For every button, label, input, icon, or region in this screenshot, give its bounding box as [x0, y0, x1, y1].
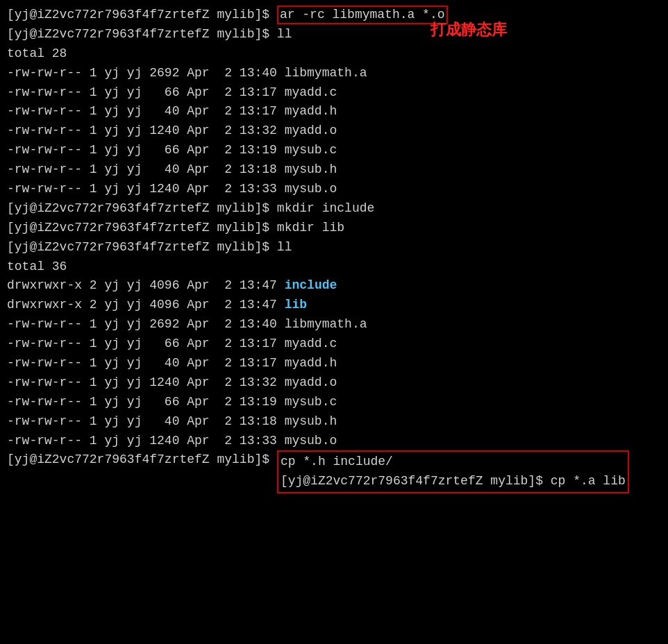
terminal-line: -rw-rw-r-- 1 yj yj 2692 Apr 2 13:40 libm…: [7, 64, 661, 83]
terminal-line: -rw-rw-r-- 1 yj yj 66 Apr 2 13:19 mysub.…: [7, 393, 661, 412]
terminal-line: [yj@iZ2vc772r7963f4f7zrtefZ mylib]$ ar -…: [7, 6, 661, 25]
terminal-line: [yj@iZ2vc772r7963f4f7zrtefZ mylib]$ ll: [7, 238, 661, 257]
line-text: -rw-rw-r-- 1 yj yj 40 Apr 2 13:18 mysub.…: [7, 160, 337, 180]
line-text: drwxrwxr-x 2 yj yj 4096 Apr 2 13:47: [7, 276, 285, 296]
line-text: -rw-rw-r-- 1 yj yj 2692 Apr 2 13:40 libm…: [7, 315, 367, 334]
line-text: -rw-rw-r-- 1 yj yj 1240 Apr 2 13:32 myad…: [7, 373, 337, 393]
dir-name-include: include: [285, 276, 337, 296]
line-text: -rw-rw-r-- 1 yj yj 1240 Apr 2 13:32 myad…: [7, 121, 337, 141]
line-text: -rw-rw-r-- 1 yj yj 66 Apr 2 13:17 myadd.…: [7, 334, 337, 354]
terminal-line: -rw-rw-r-- 1 yj yj 40 Apr 2 13:18 mysub.…: [7, 160, 661, 180]
line-text: -rw-rw-r-- 1 yj yj 40 Apr 2 13:17 myadd.…: [7, 354, 337, 373]
terminal-line: -rw-rw-r-- 1 yj yj 66 Apr 2 13:19 mysub.…: [7, 141, 661, 160]
terminal-line: total 28: [7, 44, 661, 64]
terminal-line: -rw-rw-r-- 1 yj yj 40 Apr 2 13:18 mysub.…: [7, 412, 661, 432]
prompt: [yj@iZ2vc772r7963f4f7zrtefZ mylib]$: [7, 6, 277, 25]
terminal-line: total 36: [7, 257, 661, 277]
annotation-label: 打成静态库: [431, 19, 507, 40]
terminal-line: [yj@iZ2vc772r7963f4f7zrtefZ mylib]$ ll: [7, 25, 661, 44]
line-text: -rw-rw-r-- 1 yj yj 1240 Apr 2 13:33 mysu…: [7, 180, 337, 199]
prompt: [yj@iZ2vc772r7963f4f7zrtefZ mylib]$ ll: [7, 238, 292, 257]
terminal-line: drwxrwxr-x 2 yj yj 4096 Apr 2 13:47 lib: [7, 296, 661, 315]
line-text: -rw-rw-r-- 1 yj yj 2692 Apr 2 13:40 libm…: [7, 64, 367, 83]
terminal-line: -rw-rw-r-- 1 yj yj 1240 Apr 2 13:33 mysu…: [7, 432, 661, 451]
terminal-line: [yj@iZ2vc772r7963f4f7zrtefZ mylib]$ mkdi…: [7, 219, 661, 238]
terminal-line: drwxrwxr-x 2 yj yj 4096 Apr 2 13:47 incl…: [7, 276, 661, 296]
terminal-line: -rw-rw-r-- 1 yj yj 1240 Apr 2 13:33 mysu…: [7, 180, 661, 199]
cmd-highlight: ar -rc libmymath.a *.o: [277, 6, 448, 24]
line-text: total 28: [7, 44, 67, 64]
line-text: -rw-rw-r-- 1 yj yj 40 Apr 2 13:18 mysub.…: [7, 412, 337, 432]
line-text: -rw-rw-r-- 1 yj yj 40 Apr 2 13:17 myadd.…: [7, 102, 337, 121]
terminal-line: -rw-rw-r-- 1 yj yj 40 Apr 2 13:17 myadd.…: [7, 354, 661, 373]
terminal-line-cp: [yj@iZ2vc772r7963f4f7zrtefZ mylib]$ cp *…: [7, 450, 661, 493]
terminal-line: -rw-rw-r-- 1 yj yj 2692 Apr 2 13:40 libm…: [7, 315, 661, 334]
dir-name-lib: lib: [285, 296, 307, 315]
terminal-line: -rw-rw-r-- 1 yj yj 1240 Apr 2 13:32 myad…: [7, 373, 661, 393]
terminal-line: -rw-rw-r-- 1 yj yj 66 Apr 2 13:17 myadd.…: [7, 334, 661, 354]
prompt: [yj@iZ2vc772r7963f4f7zrtefZ mylib]$ mkdi…: [7, 219, 344, 238]
prompt: [yj@iZ2vc772r7963f4f7zrtefZ mylib]$: [7, 450, 277, 470]
prompt: [yj@iZ2vc772r7963f4f7zrtefZ mylib]$ mkdi…: [7, 199, 374, 219]
cp-commands-highlight: cp *.h include/[yj@iZ2vc772r7963f4f7zrte…: [277, 450, 629, 493]
line-text: -rw-rw-r-- 1 yj yj 1240 Apr 2 13:33 mysu…: [7, 432, 337, 451]
line-text: -rw-rw-r-- 1 yj yj 66 Apr 2 13:17 myadd.…: [7, 83, 337, 103]
cp-cmd-1: cp *.h include/: [281, 452, 626, 472]
terminal-line: -rw-rw-r-- 1 yj yj 66 Apr 2 13:17 myadd.…: [7, 83, 661, 103]
terminal-line: -rw-rw-r-- 1 yj yj 1240 Apr 2 13:32 myad…: [7, 121, 661, 141]
prompt: [yj@iZ2vc772r7963f4f7zrtefZ mylib]$ ll: [7, 25, 292, 44]
terminal-line: -rw-rw-r-- 1 yj yj 40 Apr 2 13:17 myadd.…: [7, 102, 661, 121]
cp-cmd-prompt-2: [yj@iZ2vc772r7963f4f7zrtefZ mylib]$ cp *…: [281, 472, 626, 491]
line-text: drwxrwxr-x 2 yj yj 4096 Apr 2 13:47: [7, 296, 285, 315]
line-text: -rw-rw-r-- 1 yj yj 66 Apr 2 13:19 mysub.…: [7, 393, 337, 412]
line-text: total 36: [7, 257, 67, 277]
terminal-line: [yj@iZ2vc772r7963f4f7zrtefZ mylib]$ mkdi…: [7, 199, 661, 219]
line-text: -rw-rw-r-- 1 yj yj 66 Apr 2 13:19 mysub.…: [7, 141, 337, 160]
terminal: 打成静态库 [yj@iZ2vc772r7963f4f7zrtefZ mylib]…: [0, 0, 668, 644]
